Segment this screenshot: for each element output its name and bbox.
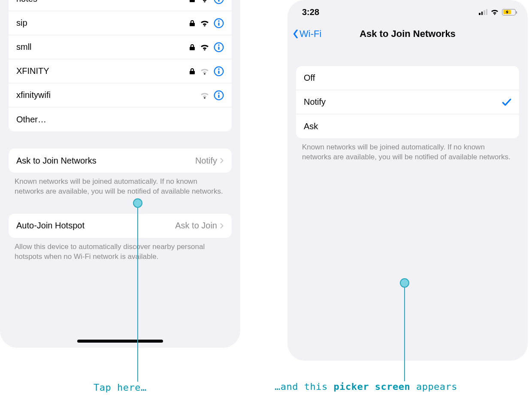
ask-join-group: Ask to Join Networks Notify <box>9 149 232 173</box>
info-icon[interactable] <box>214 0 224 4</box>
auto-hotspot-label: Auto-Join Hotspot <box>16 221 175 231</box>
wifi-icon <box>200 19 209 27</box>
lock-icon <box>189 20 196 27</box>
picker-options-group: Off Notify Ask <box>296 66 519 138</box>
network-name: XFINITY <box>16 66 189 76</box>
wifi-settings-screen: notes sip smll <box>0 0 240 348</box>
info-icon[interactable] <box>214 66 224 76</box>
auto-hotspot-footer: Allow this device to automatically disco… <box>0 238 240 262</box>
option-label: Notify <box>304 97 502 107</box>
picker-option-notify[interactable]: Notify <box>296 90 519 114</box>
auto-hotspot-group: Auto-Join Hotspot Ask to Join <box>9 214 232 238</box>
other-label: Other… <box>16 115 224 125</box>
network-row[interactable]: xfinitywifi <box>9 83 232 107</box>
wifi-icon <box>200 67 209 75</box>
wifi-icon <box>200 0 209 3</box>
other-network-row[interactable]: Other… <box>9 107 232 131</box>
back-label: Wi-Fi <box>299 28 321 40</box>
ask-to-join-footer: Known networks will be joined automatica… <box>0 173 240 197</box>
network-row[interactable]: notes <box>9 0 232 11</box>
wifi-status-icon <box>490 9 499 15</box>
cellular-icon <box>479 9 487 15</box>
picker-option-off[interactable]: Off <box>296 66 519 90</box>
picker-footer: Known networks will be joined automatica… <box>287 138 528 162</box>
lock-icon <box>189 44 196 51</box>
option-label: Ask <box>304 122 511 131</box>
status-time: 3:28 <box>302 7 319 17</box>
info-icon[interactable] <box>214 42 224 52</box>
chevron-right-icon <box>220 222 224 229</box>
chevron-left-icon <box>293 30 299 38</box>
wifi-icon <box>200 91 209 99</box>
network-row[interactable]: XFINITY <box>9 59 232 83</box>
battery-charging-icon <box>502 9 516 15</box>
info-icon[interactable] <box>214 90 224 100</box>
lock-icon <box>189 0 196 3</box>
lock-icon <box>189 68 196 75</box>
checkmark-icon <box>502 98 511 106</box>
auto-hotspot-value: Ask to Join <box>175 221 217 231</box>
ask-to-join-row[interactable]: Ask to Join Networks Notify <box>9 149 232 173</box>
back-button[interactable]: Wi-Fi <box>293 28 321 40</box>
ask-to-join-label: Ask to Join Networks <box>16 156 195 166</box>
networks-group: notes sip smll <box>9 0 232 131</box>
nav-bar: Wi-Fi Ask to Join Networks <box>287 21 528 49</box>
auto-hotspot-row[interactable]: Auto-Join Hotspot Ask to Join <box>9 214 232 238</box>
nav-title: Ask to Join Networks <box>360 28 456 40</box>
status-bar: 3:28 <box>287 0 528 21</box>
network-row[interactable]: smll <box>9 35 232 59</box>
network-name: xfinitywifi <box>16 90 200 100</box>
picker-option-ask[interactable]: Ask <box>296 114 519 138</box>
info-icon[interactable] <box>214 18 224 28</box>
network-row[interactable]: sip <box>9 11 232 35</box>
home-indicator[interactable] <box>77 340 163 343</box>
wifi-icon <box>200 43 209 51</box>
network-name: notes <box>16 0 189 4</box>
option-label: Off <box>304 73 511 83</box>
ask-to-join-picker-screen: 3:28 Wi-Fi Ask to Join Networks <box>287 0 528 361</box>
ask-to-join-value: Notify <box>195 156 217 166</box>
network-name: smll <box>16 42 189 52</box>
chevron-right-icon <box>220 157 224 164</box>
network-name: sip <box>16 18 189 28</box>
